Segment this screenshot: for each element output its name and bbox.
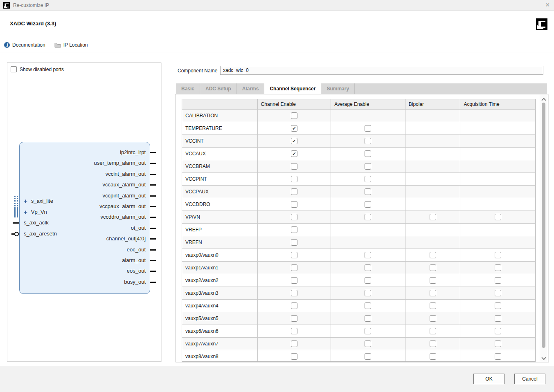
checkbox-temperature-channel-enable[interactable] — [291, 125, 297, 132]
checkbox-vauxp3-vauxn3-channel-enable[interactable] — [291, 290, 297, 296]
checkbox-vauxp7-vauxn7-bipolar[interactable] — [430, 340, 436, 347]
checkbox-vauxp7-vauxn7-channel-enable[interactable] — [291, 340, 297, 347]
checkbox-vauxp1-vauxn1-average-enable[interactable] — [365, 264, 371, 271]
checkbox-vauxp2-vauxn2-bipolar[interactable] — [430, 277, 436, 284]
port-label-vccint-alarm-out: vccint_alarm_out — [106, 171, 146, 177]
checkbox-vauxp0-vauxn0-acquisition-time[interactable] — [495, 252, 501, 258]
checkbox-vauxp0-vauxn0-channel-enable[interactable] — [291, 252, 297, 258]
checkbox-vauxp5-vauxn5-average-enable[interactable] — [365, 315, 371, 322]
checkbox-vauxp4-vauxn4-average-enable[interactable] — [365, 302, 371, 309]
checkbox-vccint-channel-enable[interactable] — [291, 138, 297, 144]
checkbox-vauxp3-vauxn3-bipolar[interactable] — [430, 290, 436, 296]
checkbox-vccpaux-channel-enable[interactable] — [291, 188, 297, 195]
interface-marker-vp-vn — [14, 207, 18, 217]
checkbox-vccbram-channel-enable[interactable] — [291, 163, 297, 170]
tab-channel-sequencer[interactable]: Channel Sequencer — [264, 83, 321, 94]
checkbox-vp-vn-channel-enable[interactable] — [291, 214, 297, 220]
port-label-text: Vp_Vn — [31, 209, 47, 215]
checkbox-calibration-channel-enable[interactable] — [291, 112, 297, 119]
checkbox-vp-vn-bipolar[interactable] — [430, 214, 436, 220]
checkbox-vauxp2-vauxn2-average-enable[interactable] — [365, 277, 371, 284]
checkbox-vp-vn-acquisition-time[interactable] — [495, 214, 501, 220]
cell-vauxp8-vauxn8-acquisition-time — [460, 350, 535, 362]
checkbox-vauxp7-vauxn7-acquisition-time[interactable] — [495, 340, 501, 347]
checkbox-vauxp1-vauxn1-bipolar[interactable] — [430, 264, 436, 271]
tab-basic[interactable]: Basic — [176, 83, 200, 94]
checkbox-vccint-average-enable[interactable] — [365, 138, 371, 144]
checkbox-vccpint-channel-enable[interactable] — [291, 176, 297, 182]
checkbox-vauxp4-vauxn4-bipolar[interactable] — [430, 302, 436, 309]
cancel-button[interactable]: Cancel — [514, 374, 545, 384]
checkbox-temperature-average-enable[interactable] — [365, 125, 371, 132]
checkbox-vauxp2-vauxn2-acquisition-time[interactable] — [495, 277, 501, 284]
port-label-text: s_axi_aresetn — [24, 231, 57, 237]
checkbox-vauxp3-vauxn3-acquisition-time[interactable] — [495, 290, 501, 296]
checkbox-vauxp4-vauxn4-acquisition-time[interactable] — [495, 302, 501, 309]
cell-temperature-average-enable — [331, 122, 405, 134]
cell-vauxp2-vauxn2-average-enable — [331, 274, 405, 287]
checkbox-vccaux-average-enable[interactable] — [365, 150, 371, 157]
component-name-input[interactable] — [220, 66, 543, 75]
scrollbar-thumb[interactable] — [542, 103, 545, 348]
checkbox-vrefn-channel-enable[interactable] — [291, 239, 297, 246]
scroll-up-icon[interactable] — [541, 98, 546, 102]
checkbox-vccpaux-average-enable[interactable] — [365, 188, 371, 195]
checkbox-vauxp8-vauxn8-channel-enable[interactable] — [291, 353, 297, 360]
checkbox-vccaux-channel-enable[interactable] — [291, 150, 297, 157]
tab-alarms[interactable]: Alarms — [237, 83, 265, 94]
checkbox-vauxp6-vauxn6-bipolar[interactable] — [430, 328, 436, 334]
show-disabled-ports-checkbox[interactable] — [11, 66, 17, 72]
checkbox-vccpint-average-enable[interactable] — [365, 176, 371, 182]
vertical-scrollbar[interactable] — [540, 95, 547, 362]
checkbox-vauxp3-vauxn3-average-enable[interactable] — [365, 290, 371, 296]
checkbox-vauxp2-vauxn2-channel-enable[interactable] — [291, 277, 297, 284]
show-disabled-ports-label: Show disabled ports — [20, 67, 64, 72]
checkbox-vauxp8-vauxn8-average-enable[interactable] — [365, 353, 371, 360]
checkbox-vauxp1-vauxn1-acquisition-time[interactable] — [495, 264, 501, 271]
checkbox-vauxp5-vauxn5-bipolar[interactable] — [430, 315, 436, 322]
checkbox-vauxp0-vauxn0-average-enable[interactable] — [365, 252, 371, 258]
expand-plus-icon[interactable]: + — [24, 209, 27, 215]
cell-vccint-bipolar — [405, 135, 461, 147]
port-stub-eoc-out — [150, 249, 156, 251]
checkbox-vccddro-average-enable[interactable] — [365, 201, 371, 208]
documentation-button[interactable]: i Documentation — [4, 42, 45, 48]
port-stub-eos-out — [150, 271, 156, 272]
checkbox-vauxp6-vauxn6-acquisition-time[interactable] — [495, 328, 501, 334]
cell-vccpint-channel-enable — [258, 173, 331, 185]
ip-location-button[interactable]: IP Location — [54, 42, 88, 48]
checkbox-vauxp1-vauxn1-channel-enable[interactable] — [291, 264, 297, 271]
cell-vauxp0-vauxn0-average-enable — [331, 249, 405, 261]
scroll-down-icon[interactable] — [541, 355, 546, 360]
cell-vauxp6-vauxn6-channel-enable — [258, 325, 331, 337]
ip-block-diagram: ip2intc_irptuser_temp_alarm_outvccint_al… — [19, 142, 150, 294]
checkbox-vauxp4-vauxn4-channel-enable[interactable] — [291, 302, 297, 309]
checkbox-vauxp5-vauxn5-channel-enable[interactable] — [291, 315, 297, 322]
checkbox-vccbram-average-enable[interactable] — [365, 163, 371, 170]
checkbox-vauxp7-vauxn7-average-enable[interactable] — [365, 340, 371, 347]
cell-vauxp8-vauxn8-average-enable — [331, 350, 405, 362]
checkbox-vauxp0-vauxn0-bipolar[interactable] — [430, 252, 436, 258]
port-stub-vccint-alarm-out — [150, 174, 156, 175]
port-stub-vccpaux-alarm-out — [150, 206, 156, 207]
checkbox-vauxp6-vauxn6-average-enable[interactable] — [365, 328, 371, 334]
cell-calibration-average-enable — [331, 110, 405, 122]
port-stub-ip2intc-irpt — [150, 152, 156, 153]
expand-plus-icon[interactable]: + — [24, 198, 27, 204]
checkbox-vccddro-channel-enable[interactable] — [291, 201, 297, 208]
port-label-s-axi-aresetn: s_axi_aresetn — [24, 231, 57, 237]
checkbox-vauxp6-vauxn6-channel-enable[interactable] — [291, 328, 297, 334]
checkbox-vauxp8-vauxn8-acquisition-time[interactable] — [495, 353, 501, 360]
checkbox-vp-vn-average-enable[interactable] — [365, 214, 371, 220]
table-row-vauxp2-vauxn2: vauxp2/vauxn2 — [182, 274, 535, 287]
tab-adc-setup[interactable]: ADC Setup — [200, 83, 237, 94]
tab-summary[interactable]: Summary — [321, 83, 355, 94]
active-low-circle-s-axi-aresetn — [14, 232, 19, 236]
close-icon[interactable]: ✕ — [545, 2, 550, 8]
checkbox-vrefp-channel-enable[interactable] — [291, 226, 297, 233]
checkbox-vauxp8-vauxn8-bipolar[interactable] — [430, 353, 436, 360]
cell-vauxp1-vauxn1-bipolar — [405, 262, 461, 274]
ok-button[interactable]: OK — [473, 374, 504, 384]
cell-temperature-acquisition-time — [460, 122, 535, 134]
checkbox-vauxp5-vauxn5-acquisition-time[interactable] — [495, 315, 501, 322]
